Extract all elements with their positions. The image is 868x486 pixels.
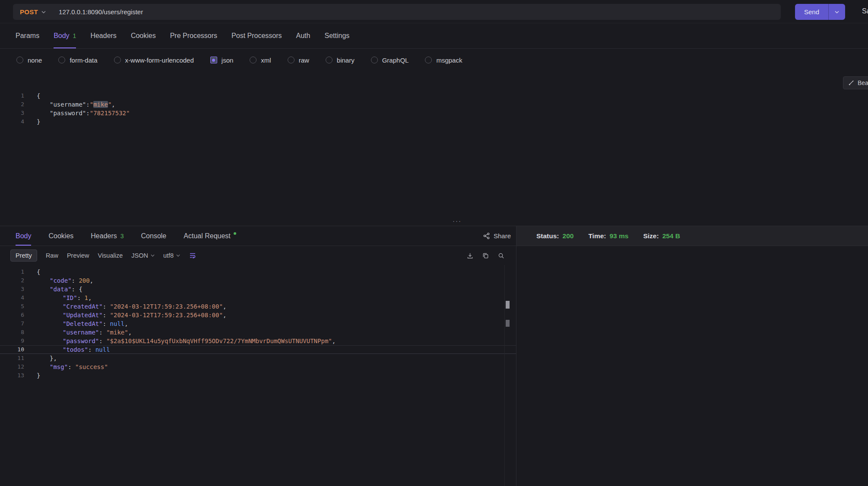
code-token: , bbox=[124, 320, 128, 327]
code-line[interactable]: 5"CreatedAt": "2024-03-12T17:59:23.256+0… bbox=[0, 302, 516, 311]
body-type-label: msgpack bbox=[436, 57, 462, 64]
response-body-viewer[interactable]: 1{2"code": 200,3"data": {4"ID": 1,5"Crea… bbox=[0, 265, 516, 486]
request-code[interactable]: 1{2"username":"mike",3"password":"782157… bbox=[0, 71, 868, 126]
body-type-form-data[interactable]: form-data bbox=[58, 57, 97, 64]
search-button[interactable] bbox=[497, 252, 505, 259]
code-token: "username" bbox=[63, 329, 99, 336]
tab-post-processors[interactable]: Post Processors bbox=[231, 23, 282, 48]
tab-body[interactable]: Body1 bbox=[54, 23, 76, 48]
request-body-editor[interactable]: Beautify 1{2"username":"mike",3"password… bbox=[0, 71, 868, 219]
body-type-xml[interactable]: xml bbox=[250, 57, 271, 64]
code-token: "username" bbox=[50, 101, 86, 108]
body-type-msgpack[interactable]: msgpack bbox=[425, 57, 462, 64]
response-toolbar: Pretty Raw Preview Visualize JSON utf8 bbox=[0, 246, 516, 265]
copy-button[interactable] bbox=[482, 252, 489, 259]
response-tab-body[interactable]: Body bbox=[16, 226, 31, 246]
view-visualize[interactable]: Visualize bbox=[98, 252, 123, 259]
radio-icon bbox=[250, 57, 257, 63]
body-type-json[interactable]: json bbox=[210, 57, 234, 64]
line-number: 7 bbox=[0, 319, 24, 328]
body-type-none[interactable]: none bbox=[16, 57, 42, 64]
download-button[interactable] bbox=[466, 252, 474, 259]
code-line[interactable]: 7"DeletedAt": null, bbox=[0, 319, 516, 328]
response-pane: Body Cookies Headers3 Console Actual Req… bbox=[0, 226, 516, 486]
format-dropdown[interactable]: JSON bbox=[131, 252, 155, 259]
view-preview[interactable]: Preview bbox=[67, 252, 89, 259]
code-line[interactable]: 11}, bbox=[0, 354, 516, 363]
response-tab-headers[interactable]: Headers3 bbox=[91, 226, 124, 246]
code-token: "ID" bbox=[63, 294, 77, 301]
code-line[interactable]: 4} bbox=[0, 117, 868, 126]
tab-headers[interactable]: Headers bbox=[90, 23, 116, 48]
line-number: 8 bbox=[0, 328, 24, 337]
body-type-graphql[interactable]: GraphQL bbox=[371, 57, 409, 64]
view-raw[interactable]: Raw bbox=[46, 252, 58, 259]
code-token: "msg" bbox=[50, 363, 68, 370]
code-token: , bbox=[128, 329, 132, 336]
body-type-x-www-form-urlencoded[interactable]: x-www-form-urlencoded bbox=[114, 57, 194, 64]
code-token: "782157532" bbox=[90, 110, 130, 117]
code-line-content: "code": 200, bbox=[24, 276, 93, 285]
code-line[interactable]: 8"username": "mike", bbox=[0, 328, 516, 337]
method-dropdown[interactable]: POST bbox=[20, 8, 46, 16]
line-number: 12 bbox=[0, 363, 24, 371]
tab-label: Headers bbox=[90, 32, 116, 40]
code-line[interactable]: 3"password":"782157532" bbox=[0, 109, 868, 117]
send-button[interactable]: Send bbox=[795, 4, 828, 20]
line-number: 11 bbox=[0, 354, 24, 363]
body-type-raw[interactable]: raw bbox=[288, 57, 309, 64]
response-tab-console[interactable]: Console bbox=[141, 226, 167, 246]
response-meta-panel: Status: 200 Time: 93 ms Size: 254 B bbox=[516, 226, 868, 486]
code-token: : bbox=[72, 277, 79, 284]
code-line-content: "username": "mike", bbox=[24, 328, 132, 337]
word-wrap-toggle[interactable] bbox=[189, 252, 196, 259]
code-token: { bbox=[37, 268, 40, 275]
line-number: 2 bbox=[0, 100, 24, 109]
send-dropdown-button[interactable] bbox=[828, 4, 845, 20]
response-tab-cookies[interactable]: Cookies bbox=[48, 226, 73, 246]
encoding-dropdown[interactable]: utf8 bbox=[163, 252, 180, 259]
code-line[interactable]: 2"username":"mike", bbox=[0, 100, 868, 109]
word-wrap-icon bbox=[189, 252, 196, 259]
code-line[interactable]: 12"msg": "success" bbox=[0, 363, 516, 371]
beautify-button[interactable]: Beautify bbox=[843, 76, 868, 89]
tab-auth[interactable]: Auth bbox=[296, 23, 310, 48]
body-type-label: json bbox=[222, 57, 234, 64]
tab-cookies[interactable]: Cookies bbox=[131, 23, 156, 48]
line-number: 3 bbox=[0, 285, 24, 293]
body-type-binary[interactable]: binary bbox=[326, 57, 355, 64]
code-line-content: "todos": null bbox=[24, 345, 110, 354]
code-line[interactable]: 1{ bbox=[0, 92, 868, 100]
response-tab-actual-request[interactable]: Actual Request bbox=[184, 226, 236, 246]
response-code[interactable]: 1{2"code": 200,3"data": {4"ID": 1,5"Crea… bbox=[0, 268, 516, 380]
code-line[interactable]: 3"data": { bbox=[0, 285, 516, 293]
code-line[interactable]: 9"password": "$2a$10$UKL14u5yqfUxbNqVHff… bbox=[0, 337, 516, 345]
green-dot-icon bbox=[234, 232, 236, 235]
tab-params[interactable]: Params bbox=[16, 23, 39, 48]
code-line-content: } bbox=[24, 117, 40, 126]
code-line[interactable]: 13} bbox=[0, 371, 516, 380]
url-input[interactable]: 127.0.0.1:8090/users/register bbox=[59, 8, 143, 16]
code-line[interactable]: 1{ bbox=[0, 268, 516, 276]
code-token: , bbox=[90, 277, 93, 284]
code-line[interactable]: 10"todos": null bbox=[0, 345, 516, 354]
status-label: Status: bbox=[536, 232, 559, 240]
code-line[interactable]: 4"ID": 1, bbox=[0, 293, 516, 302]
view-pretty[interactable]: Pretty bbox=[10, 249, 37, 262]
tab-settings[interactable]: Settings bbox=[324, 23, 349, 48]
body-type-label: x-www-form-urlencoded bbox=[125, 57, 194, 64]
code-token: mike bbox=[93, 101, 108, 108]
radio-icon bbox=[58, 57, 65, 63]
code-line-content: "password":"782157532" bbox=[24, 109, 130, 117]
splitter-handle[interactable]: ··· bbox=[453, 217, 462, 224]
share-button[interactable]: Share bbox=[483, 226, 511, 246]
save-button[interactable]: Save bbox=[862, 7, 868, 15]
code-token: : bbox=[88, 346, 95, 353]
tab-pre-processors[interactable]: Pre Processors bbox=[170, 23, 217, 48]
code-line[interactable]: 6"UpdatedAt": "2024-03-12T17:59:23.256+0… bbox=[0, 311, 516, 319]
code-token: "CreatedAt" bbox=[63, 303, 103, 310]
search-icon bbox=[497, 252, 505, 259]
code-token: , bbox=[223, 312, 226, 319]
code-line[interactable]: 2"code": 200, bbox=[0, 276, 516, 285]
overview-ruler-mark bbox=[506, 320, 510, 327]
